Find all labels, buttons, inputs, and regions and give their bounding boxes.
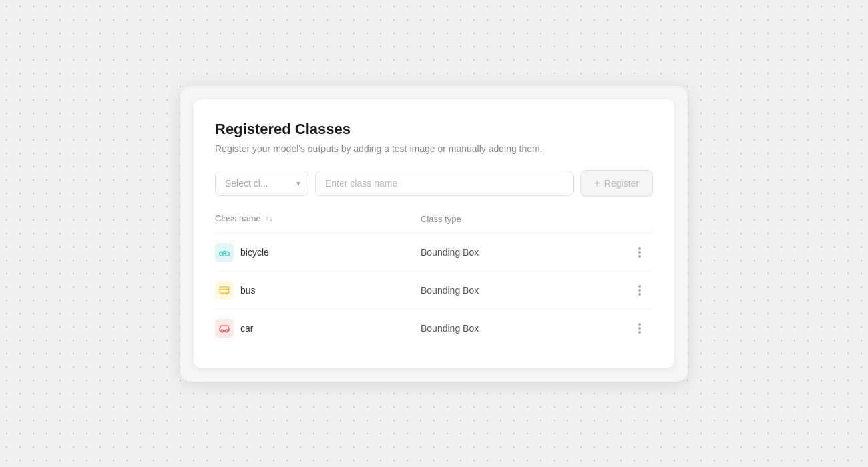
dot: [638, 293, 641, 296]
bus-name: bus: [240, 285, 256, 296]
bicycle-more-button[interactable]: [636, 244, 644, 260]
controls-row: Select cl... Bounding Box Segmentation ▾…: [215, 170, 653, 197]
bus-actions: [626, 282, 653, 298]
dot: [638, 247, 641, 250]
table-header: Class name ↑↓ Class type: [215, 213, 653, 234]
inner-card: Registered Classes Register your model's…: [194, 99, 674, 368]
class-name-cell: car: [215, 319, 421, 338]
class-name-input[interactable]: [315, 171, 574, 196]
dot: [638, 331, 641, 334]
svg-rect-2: [220, 286, 229, 293]
bicycle-icon: [215, 243, 234, 262]
col-class-type-header: Class type: [421, 213, 626, 225]
dot: [638, 255, 641, 258]
class-name-cell: bicycle: [215, 243, 421, 262]
car-icon: [215, 319, 234, 338]
outer-card: Registered Classes Register your model's…: [180, 86, 688, 382]
class-name-col-label: Class name: [215, 213, 261, 223]
bicycle-type: Bounding Box: [421, 247, 626, 258]
card-subtitle: Register your model's outputs by adding …: [215, 143, 653, 154]
table-container: Class name ↑↓ Class type: [215, 213, 653, 347]
dot: [638, 289, 641, 292]
sort-icon[interactable]: ↑↓: [265, 214, 273, 223]
card-title: Registered Classes: [215, 121, 653, 138]
bicycle-name: bicycle: [240, 247, 269, 258]
register-label: Register: [604, 178, 639, 189]
table-row: bicycle Bounding Box: [215, 234, 653, 272]
class-type-col-label: Class type: [421, 214, 461, 224]
dot: [638, 327, 641, 330]
bus-more-button[interactable]: [636, 282, 644, 298]
table-row: car Bounding Box: [215, 310, 653, 347]
bicycle-actions: [626, 244, 653, 260]
dot: [638, 323, 641, 326]
bus-type: Bounding Box: [421, 285, 626, 296]
table-row: bus Bounding Box: [215, 272, 653, 310]
dot: [638, 285, 641, 288]
register-button[interactable]: + Register: [580, 170, 653, 197]
dot: [638, 251, 641, 254]
car-more-button[interactable]: [636, 320, 644, 336]
select-wrapper: Select cl... Bounding Box Segmentation ▾: [215, 171, 308, 196]
class-type-select[interactable]: Select cl... Bounding Box Segmentation: [215, 171, 308, 196]
class-name-cell: bus: [215, 281, 421, 300]
car-actions: [626, 320, 653, 336]
plus-icon: +: [594, 177, 600, 189]
bus-icon: [215, 281, 234, 300]
car-name: car: [240, 323, 253, 334]
col-class-name-header: Class name ↑↓: [215, 213, 421, 223]
car-type: Bounding Box: [421, 323, 626, 334]
